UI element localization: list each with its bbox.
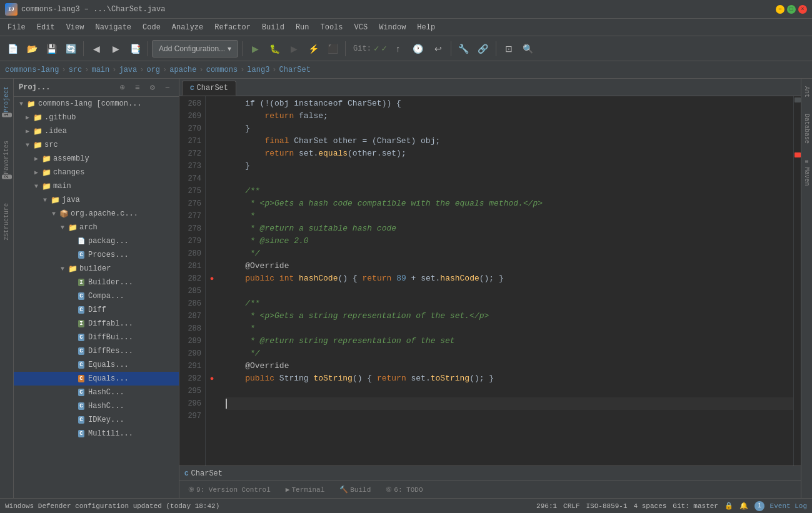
git-push-button[interactable]: ↑ <box>389 40 407 57</box>
bottom-tab-6:-todo[interactable]: ⑥6: TODO <box>379 484 429 496</box>
tree-expand-arrow[interactable]: ▼ <box>23 140 33 150</box>
menu-item-refactor[interactable]: Refactor <box>209 21 256 34</box>
tree-item[interactable]: CCompa... <box>14 289 179 303</box>
close-button[interactable]: × <box>798 5 807 14</box>
menu-item-vcs[interactable]: VCS <box>349 21 373 34</box>
menu-item-navigate[interactable]: Navigate <box>90 21 136 34</box>
tree-item[interactable]: CProces... <box>14 248 179 262</box>
tree-item[interactable]: ▼📁builder <box>14 262 179 276</box>
right-tab-maven[interactable]: m Maven <box>802 155 811 191</box>
menu-item-build[interactable]: Build <box>257 21 289 34</box>
bottom-tab-build[interactable]: 🔨Build <box>333 484 377 496</box>
menu-item-run[interactable]: Run <box>291 21 314 34</box>
breadcrumb-item-lang3[interactable]: lang3 <box>247 66 269 74</box>
tree-item[interactable]: CDiffRes... <box>14 344 179 358</box>
breadcrumb-item-commons[interactable]: commons <box>206 66 238 74</box>
tree-item[interactable]: ▶📁.idea <box>14 124 179 138</box>
project-settings-icon[interactable]: ⚙ <box>146 81 159 94</box>
tree-item[interactable]: ▶📁.github <box>14 111 179 124</box>
tree-item[interactable]: 📄packag... <box>14 234 179 248</box>
bottom-tab-9:-version-control[interactable]: ⑨9: Version Control <box>182 484 277 496</box>
editor-tab-charset[interactable]: C CharSet <box>182 81 236 96</box>
tree-item[interactable]: ▼📦org.apache.c... <box>14 207 179 221</box>
event-log[interactable]: 1 Event Log <box>754 501 807 511</box>
menu-item-edit[interactable]: Edit <box>32 21 60 34</box>
tree-item[interactable]: CIDKey... <box>14 413 179 427</box>
tree-item[interactable]: ▼📁main <box>14 179 179 193</box>
breadcrumb-item-main[interactable]: main <box>91 66 109 74</box>
tree-expand-arrow[interactable]: ▶ <box>23 126 33 136</box>
root-expand-arrow[interactable]: ▼ <box>16 99 26 109</box>
sync-button[interactable]: 🔄 <box>62 40 79 57</box>
recent-files-button[interactable]: 📑 <box>126 40 144 57</box>
sidebar-item-favorites[interactable]: 2Favorites <box>2 136 11 185</box>
coverage-button[interactable]: ▶ <box>285 40 303 57</box>
tree-expand-arrow[interactable]: ▼ <box>31 181 41 191</box>
run-button[interactable]: ▶ <box>246 40 264 57</box>
tree-expand-arrow[interactable]: ▼ <box>49 209 59 219</box>
vcs-ops-button[interactable]: 🔗 <box>474 40 492 57</box>
forward-button[interactable]: ▶ <box>107 40 124 57</box>
profile-button[interactable]: ⚡ <box>304 40 322 57</box>
tree-expand-arrow[interactable]: ▼ <box>40 195 50 205</box>
code-content[interactable]: if (!(obj instanceof CharSet)) { return … <box>218 96 793 466</box>
new-file-button[interactable]: 📄 <box>4 40 21 57</box>
tree-expand-arrow[interactable]: ▶ <box>31 167 41 177</box>
vcs-branch[interactable]: Git: master <box>673 502 718 510</box>
project-locate-icon[interactable]: ⊕ <box>116 81 129 94</box>
search-everywhere-button[interactable]: 🔍 <box>519 40 537 57</box>
menu-item-window[interactable]: Window <box>374 21 411 34</box>
tree-item[interactable]: CDiffBui... <box>14 331 179 344</box>
back-button[interactable]: ◀ <box>88 40 105 57</box>
tree-item[interactable]: ▶📁changes <box>14 166 179 179</box>
tree-item[interactable]: ▼📁src <box>14 138 179 152</box>
settings-button[interactable]: 🔧 <box>455 40 473 57</box>
git-rollback-button[interactable]: ↩ <box>429 40 447 57</box>
save-all-button[interactable]: 💾 <box>43 40 60 57</box>
code-editor[interactable]: 2682692702712722732742752762772782792802… <box>179 96 801 466</box>
tree-item[interactable]: ▼📁java <box>14 193 179 207</box>
cursor-position[interactable]: 296:1 <box>536 502 557 510</box>
tree-item-root[interactable]: ▼ 📁 commons-lang [common... <box>14 97 179 111</box>
project-collapse-icon[interactable]: ≡ <box>131 81 144 94</box>
menu-item-view[interactable]: View <box>61 21 89 34</box>
encoding[interactable]: ISO-8859-1 <box>586 502 628 510</box>
tree-item[interactable]: CMultili... <box>14 427 179 441</box>
bottom-tab-terminal[interactable]: ▶Terminal <box>279 484 331 496</box>
tree-item[interactable]: ▶📁assembly <box>14 152 179 166</box>
breadcrumb-item-apache[interactable]: apache <box>169 66 196 74</box>
debug-button[interactable]: 🐛 <box>266 40 283 57</box>
right-tab-ant[interactable]: Ant <box>802 81 811 102</box>
tree-expand-arrow[interactable]: ▼ <box>58 264 68 274</box>
maximize-button[interactable]: □ <box>787 5 796 14</box>
breadcrumb-item-org[interactable]: org <box>146 66 160 74</box>
menu-item-code[interactable]: Code <box>138 21 166 34</box>
tree-item[interactable]: CEquals... <box>14 372 179 386</box>
git-history-button[interactable]: 🕐 <box>409 40 427 57</box>
tree-item[interactable]: CHashC... <box>14 386 179 399</box>
tree-item[interactable]: CDiff <box>14 303 179 317</box>
project-close-icon[interactable]: − <box>161 81 174 94</box>
tree-item[interactable]: IBuilder... <box>14 276 179 289</box>
right-tab-database[interactable]: Database <box>802 109 811 149</box>
open-button[interactable]: 📂 <box>23 40 41 57</box>
line-ending[interactable]: CRLF <box>563 502 579 510</box>
breadcrumb-item-java[interactable]: java <box>119 66 137 74</box>
add-configuration-button[interactable]: Add Configuration... ▾ <box>152 40 238 57</box>
breadcrumb-item-src[interactable]: src <box>69 66 83 74</box>
breadcrumb-item-commons-lang[interactable]: commons-lang <box>5 66 59 74</box>
tree-expand-arrow[interactable]: ▶ <box>31 154 41 164</box>
indent-info[interactable]: 4 spaces <box>634 502 667 510</box>
breadcrumb-item-charset[interactable]: CharSet <box>279 66 311 74</box>
tree-expand-arrow[interactable]: ▶ <box>23 112 33 122</box>
stop-button[interactable]: ⬛ <box>324 40 341 57</box>
sidebar-item-structure[interactable]: ZStructure <box>2 198 11 245</box>
menu-item-file[interactable]: File <box>3 21 31 34</box>
menu-item-tools[interactable]: Tools <box>316 21 348 34</box>
tree-item[interactable]: ▼📁arch <box>14 221 179 234</box>
tree-expand-arrow[interactable]: ▼ <box>58 222 68 232</box>
menu-item-analyze[interactable]: Analyze <box>167 21 208 34</box>
minimize-button[interactable]: − <box>776 5 784 14</box>
menu-item-help[interactable]: Help <box>412 21 440 34</box>
tree-item[interactable]: IDiffabl... <box>14 317 179 331</box>
